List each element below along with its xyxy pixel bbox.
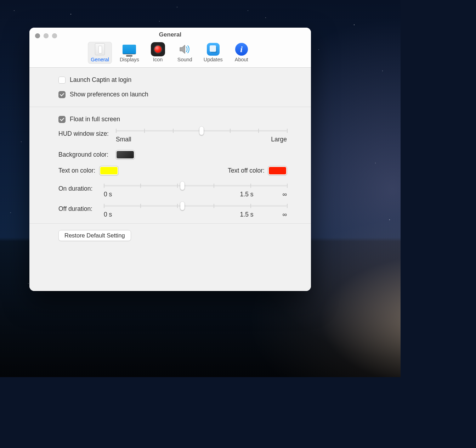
text-on-color-well[interactable]	[100, 166, 118, 175]
on-duration-slider[interactable]	[104, 185, 287, 186]
row-hud-size: HUD window size:	[58, 130, 311, 143]
slider-knob[interactable]	[199, 127, 204, 135]
off-duration-label: Off duration:	[58, 205, 100, 213]
tab-about[interactable]: i About	[231, 42, 253, 64]
tab-label: Displays	[120, 57, 139, 62]
on-duration-label: On duration:	[58, 185, 100, 192]
download-icon	[206, 43, 220, 55]
row-background-color: Background color:	[58, 150, 311, 159]
scale-mid: 1.5 s	[240, 191, 254, 198]
row-text-colors: Text on color: Text off color:	[58, 166, 311, 175]
row-off-duration: Off duration: 0 s	[58, 205, 311, 218]
off-duration-slider-wrap: 0 s 1.5 s ∞	[104, 205, 287, 218]
row-launch-at-login: Launch Captin at login	[58, 76, 311, 84]
tab-icon[interactable]: Icon	[147, 42, 169, 64]
tab-label: General	[91, 57, 109, 62]
scale-max: ∞	[283, 191, 287, 198]
on-duration-slider-wrap: 0 s 1.5 s ∞	[104, 185, 287, 198]
tab-label: Updates	[204, 57, 223, 62]
tab-sound[interactable]: Sound	[174, 42, 196, 64]
text-on-color-label: Text on color:	[58, 167, 95, 174]
off-duration-slider[interactable]	[104, 205, 287, 207]
info-icon: i	[234, 43, 249, 55]
on-duration-scale: 0 s 1.5 s ∞	[104, 191, 287, 198]
off-duration-scale: 0 s 1.5 s ∞	[104, 211, 287, 218]
hud-size-max: Large	[271, 136, 287, 143]
hud-size-label: HUD window size:	[58, 130, 112, 138]
text-off-color-well[interactable]	[268, 166, 287, 175]
scale-min: 0 s	[104, 211, 112, 218]
window-zoom-button[interactable]	[52, 33, 57, 38]
tab-updates[interactable]: Updates	[201, 42, 226, 64]
text-off-color-group: Text off color:	[228, 166, 287, 175]
hud-size-min: Small	[116, 136, 131, 143]
slider-knob[interactable]	[180, 181, 185, 190]
preferences-toolbar: General Displays Icon Sound	[29, 40, 311, 67]
checkbox-label: Launch Captin at login	[70, 76, 131, 84]
slider-knob[interactable]	[180, 202, 185, 210]
hud-size-slider[interactable]	[116, 130, 287, 131]
titlebar: General General Displays Icon	[29, 28, 311, 68]
tab-general[interactable]: General	[88, 42, 112, 64]
tab-label: Sound	[177, 57, 192, 62]
preferences-window: General General Displays Icon	[29, 28, 311, 291]
row-float-fullscreen: Float in full screen	[58, 116, 311, 123]
section-hud: Float in full screen HUD window size:	[29, 107, 311, 223]
window-traffic-lights	[35, 33, 57, 38]
row-on-duration: On duration: 0 s	[58, 185, 311, 198]
tab-label: About	[235, 57, 248, 62]
tab-displays[interactable]: Displays	[117, 42, 142, 64]
restore-defaults-button[interactable]: Restore Default Setting	[58, 230, 131, 241]
text-off-color-label: Text off color:	[228, 167, 265, 174]
scale-min: 0 s	[104, 191, 112, 198]
record-icon	[151, 43, 165, 55]
background-color-label: Background color:	[58, 151, 112, 158]
monitor-icon	[122, 43, 136, 55]
switch-icon	[93, 43, 107, 55]
window-minimize-button[interactable]	[44, 33, 49, 38]
content-area: Launch Captin at login Show preferences …	[29, 68, 311, 291]
footer: Restore Default Setting	[29, 223, 311, 250]
scale-mid: 1.5 s	[240, 211, 254, 218]
window-close-button[interactable]	[35, 33, 40, 38]
checkbox-show-prefs-on-launch[interactable]	[58, 91, 66, 98]
checkbox-label: Float in full screen	[70, 116, 120, 123]
desktop-background: General General Displays Icon	[0, 0, 401, 377]
window-title: General	[29, 30, 311, 40]
checkbox-label: Show preferences on launch	[70, 91, 148, 98]
hud-size-slider-wrap: Small Large	[116, 130, 287, 143]
scale-max: ∞	[283, 211, 287, 218]
checkbox-float-fullscreen[interactable]	[58, 116, 66, 123]
tab-label: Icon	[153, 57, 163, 62]
checkbox-launch-at-login[interactable]	[58, 77, 66, 84]
section-launch: Launch Captin at login Show preferences …	[29, 68, 311, 107]
background-color-well[interactable]	[116, 150, 135, 159]
speaker-icon	[178, 43, 192, 55]
hud-size-scale-labels: Small Large	[116, 136, 287, 143]
row-show-prefs: Show preferences on launch	[58, 91, 311, 98]
